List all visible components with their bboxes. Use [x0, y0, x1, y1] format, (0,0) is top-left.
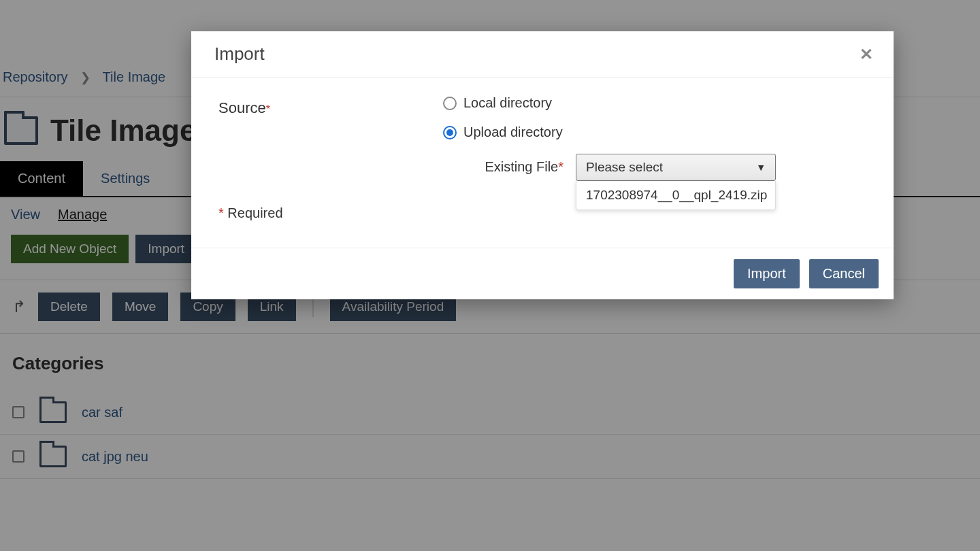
source-options: Local directory Upload directory Existin…: [443, 95, 866, 181]
select-value: Please select: [586, 160, 663, 175]
source-label-col: Source*: [218, 95, 443, 117]
import-modal: Import ✕ Source* Local directory Upload …: [191, 31, 894, 299]
existing-file-select-wrap: Please select ▼ 1702308974__0__qpl_2419.…: [576, 154, 776, 181]
chevron-down-icon: ▼: [756, 162, 766, 173]
existing-file-label: Existing File*: [443, 154, 576, 175]
source-label: Source: [218, 99, 266, 116]
required-asterisk: *: [218, 205, 224, 220]
modal-import-button[interactable]: Import: [734, 259, 800, 288]
close-icon[interactable]: ✕: [860, 45, 873, 64]
source-row: Source* Local directory Upload directory…: [218, 95, 866, 181]
existing-file-row: Existing File* Please select ▼ 170230897…: [443, 154, 866, 181]
required-asterisk: *: [558, 159, 564, 174]
modal-header: Import ✕: [191, 31, 894, 78]
modal-title: Import: [214, 44, 265, 65]
radio-icon: [443, 126, 457, 139]
radio-upload-label: Upload directory: [463, 124, 563, 140]
radio-upload-directory[interactable]: Upload directory: [443, 124, 866, 140]
modal-footer: Import Cancel: [191, 248, 894, 299]
radio-icon: [443, 97, 457, 110]
existing-file-select[interactable]: Please select ▼: [576, 154, 776, 181]
radio-local-label: Local directory: [463, 95, 552, 111]
required-asterisk: *: [266, 103, 270, 115]
modal-body: Source* Local directory Upload directory…: [191, 78, 894, 248]
radio-local-directory[interactable]: Local directory: [443, 95, 866, 111]
existing-file-option[interactable]: 1702308974__0__qpl_2419.zip: [576, 181, 776, 210]
modal-cancel-button[interactable]: Cancel: [809, 259, 879, 288]
